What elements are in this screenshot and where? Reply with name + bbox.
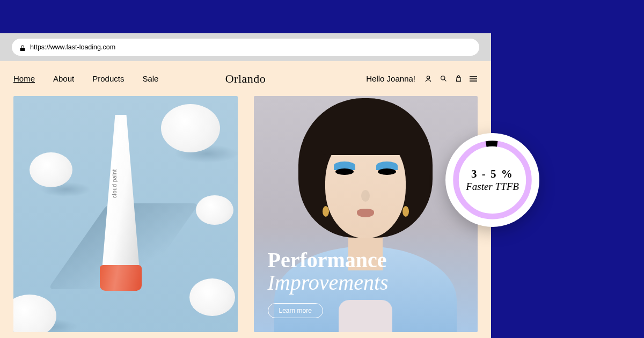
brand-logo[interactable]: Orlando	[225, 72, 266, 86]
performance-badge: 3 - 5 % Faster TTFB	[445, 133, 539, 227]
badge-subtitle: Faster TTFB	[466, 181, 519, 193]
hero-title-line2: Improvements	[268, 271, 389, 295]
hero-overlay: Performance Improvements Learn more	[268, 249, 389, 318]
search-icon[interactable]	[439, 75, 448, 83]
decorative-puff	[13, 295, 56, 332]
user-greeting: Hello Joanna!	[366, 74, 415, 83]
decorative-puff	[196, 195, 233, 225]
hero-card-product[interactable]: cloud paint	[13, 96, 238, 332]
lock-icon	[19, 44, 26, 50]
header-actions: Hello Joanna!	[366, 74, 478, 83]
decorative-puff	[189, 278, 235, 316]
nav-about[interactable]: About	[53, 74, 74, 83]
svg-line-2	[444, 79, 446, 81]
nav-sale[interactable]: Sale	[142, 74, 158, 83]
svg-point-1	[441, 76, 444, 80]
account-icon[interactable]	[424, 75, 433, 83]
browser-chrome: https://www.fast-loading.com	[0, 33, 491, 61]
hero-card-portrait[interactable]: Performance Improvements Learn more	[254, 96, 478, 332]
hero-title-line1: Performance	[268, 249, 389, 271]
learn-more-button[interactable]: Learn more	[268, 303, 323, 318]
url-bar[interactable]: https://www.fast-loading.com	[12, 39, 479, 56]
decorative-puff	[30, 152, 72, 187]
decorative-puff	[161, 104, 220, 152]
product-tube: cloud paint	[97, 115, 145, 297]
menu-icon[interactable]	[469, 75, 478, 83]
site-header: Home About Products Sale Orlando Hello J…	[0, 61, 491, 96]
badge-stat: 3 - 5 %	[466, 167, 519, 181]
svg-point-0	[427, 76, 429, 78]
product-label: cloud paint	[112, 169, 118, 198]
nav-products[interactable]: Products	[92, 74, 124, 83]
primary-nav: Home About Products Sale	[13, 74, 158, 83]
storefront: Home About Products Sale Orlando Hello J…	[0, 61, 491, 338]
bag-icon[interactable]	[454, 75, 463, 83]
url-text: https://www.fast-loading.com	[30, 43, 115, 51]
nav-home[interactable]: Home	[13, 74, 35, 83]
hero-grid: cloud paint Performance Improvements Lea…	[0, 96, 491, 332]
